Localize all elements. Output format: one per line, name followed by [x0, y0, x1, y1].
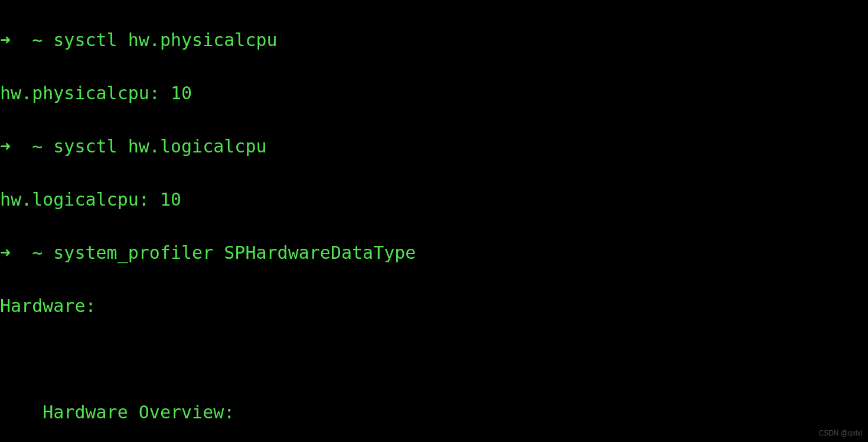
prompt-tilde: ~	[32, 30, 43, 50]
prompt-arrow-icon: ➜	[0, 242, 11, 263]
output-line-1: hw.physicalcpu: 10	[0, 80, 868, 106]
command-text-2: sysctl hw.logicalcpu	[53, 136, 266, 157]
prompt-arrow-icon: ➜	[0, 30, 11, 50]
prompt-tilde: ~	[32, 242, 43, 263]
prompt-arrow-icon: ➜	[0, 136, 11, 157]
watermark-text: CSDN @qxlxi	[818, 428, 862, 438]
terminal-output[interactable]: ➜ ~ sysctl hw.physicalcpu hw.physicalcpu…	[0, 0, 868, 442]
command-line-1: ➜ ~ sysctl hw.physicalcpu	[0, 27, 868, 53]
hardware-header: Hardware:	[0, 292, 868, 319]
command-line-2: ➜ ~ sysctl hw.logicalcpu	[0, 133, 868, 160]
output-line-2: hw.logicalcpu: 10	[0, 186, 868, 213]
blank-line	[0, 346, 868, 372]
prompt-tilde: ~	[32, 136, 43, 157]
hardware-overview-header: Hardware Overview:	[0, 399, 868, 425]
command-text-1: sysctl hw.physicalcpu	[53, 30, 277, 50]
command-text-3: system_profiler SPHardwareDataType	[53, 242, 416, 263]
command-line-3: ➜ ~ system_profiler SPHardwareDataType	[0, 239, 868, 266]
